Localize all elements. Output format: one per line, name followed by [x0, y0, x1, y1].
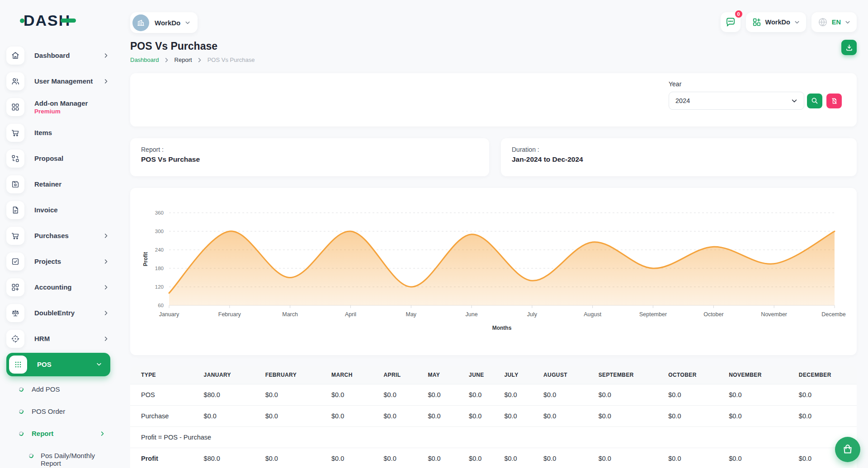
cell-value: $0.0 [465, 406, 500, 427]
filter-card: Year 2024 [130, 73, 857, 126]
column-header-february: FEBRUARY [262, 366, 328, 384]
pos-cart-fab[interactable] [835, 437, 860, 462]
sidebar-item-label: POS [37, 360, 96, 368]
sidebar-item-add-pos[interactable]: Add POS [6, 383, 106, 396]
sidebar-item-report[interactable]: Report [6, 427, 106, 440]
cart-icon [6, 227, 24, 245]
table-row-profit: Profit$80.0$0.0$0.0$0.0$0.0$0.0$0.0$0.0$… [130, 448, 857, 468]
sidebar-item-pos-order[interactable]: POS Order [6, 405, 106, 418]
language-menu[interactable]: EN [811, 12, 857, 32]
cell-value: $0.0 [595, 384, 665, 406]
column-header-december: DECEMBER [795, 366, 857, 384]
account-menu[interactable]: WorkDo [746, 12, 806, 32]
swap-icon [6, 150, 24, 168]
sidebar-item-label: DoubleEntry [34, 309, 103, 317]
sidebar-item-label: Pos Daily/Monthly Report [41, 452, 98, 468]
sidebar-item-projects[interactable]: Projects [6, 253, 117, 271]
bullet-icon [19, 431, 24, 436]
target-icon [6, 330, 24, 348]
cart-icon [6, 124, 24, 142]
year-select[interactable]: 2024 [669, 92, 804, 110]
app-logo[interactable]: DASH [24, 12, 117, 29]
sidebar-item-pos[interactable]: POS [6, 353, 110, 376]
chevron-right-icon [99, 431, 106, 437]
scale-icon [6, 304, 24, 322]
cell-value: $0.0 [540, 406, 595, 427]
breadcrumb-separator-icon [197, 57, 203, 63]
cell-value: $0.0 [380, 448, 424, 468]
chevron-down-icon [185, 20, 190, 25]
chevron-down-icon [791, 98, 797, 104]
breadcrumb: DashboardReportPOS Vs Purchase [130, 56, 857, 63]
chart-card: 60120180240300360JanuaryFebruaryMarchApr… [130, 188, 857, 355]
chevron-down-icon [845, 19, 850, 25]
cell-value: $0.0 [424, 384, 465, 406]
sidebar: DASH DashboardUser ManagementAdd-on Mana… [0, 0, 117, 468]
sidebar-item-label: Dashboard [34, 51, 103, 59]
sidebar-item-label: Proposal [34, 154, 109, 162]
search-button[interactable] [807, 94, 822, 108]
column-header-august: AUGUST [540, 366, 595, 384]
svg-text:300: 300 [155, 229, 164, 234]
sidebar-item-doubleentry[interactable]: DoubleEntry [6, 304, 117, 322]
svg-text:October: October [703, 311, 723, 318]
sidebar-item-dashboard[interactable]: Dashboard [6, 47, 117, 65]
sidebar-item-label: Add-on ManagerPremium [34, 99, 109, 115]
cell-value: $0.0 [262, 384, 328, 406]
sidebar-item-accounting[interactable]: Accounting [6, 278, 117, 296]
messages-badge: 0 [734, 9, 743, 19]
download-button[interactable] [841, 40, 857, 55]
breadcrumb-dashboard[interactable]: Dashboard [130, 56, 159, 63]
logo-bar [61, 19, 76, 23]
sidebar-item-proposal[interactable]: Proposal [6, 150, 117, 168]
shopping-bag-icon [842, 444, 854, 455]
reset-button[interactable] [826, 94, 842, 108]
sidebar-item-pos-daily-monthly-report[interactable]: Pos Daily/Monthly Report [6, 452, 106, 468]
globe-icon [818, 17, 828, 27]
table-row-pos: POS$80.0$0.0$0.0$0.0$0.0$0.0$0.0$0.0$0.0… [130, 384, 857, 406]
breadcrumb-report[interactable]: Report [175, 56, 192, 63]
grid-plus-icon [752, 18, 761, 27]
profit-area-chart: 60120180240300360JanuaryFebruaryMarchApr… [141, 199, 846, 343]
app-root: DASH DashboardUser ManagementAdd-on Mana… [0, 0, 868, 468]
sidebar-item-retainer[interactable]: Retainer [6, 175, 117, 193]
bullet-icon [19, 387, 24, 392]
cell-value: $0.0 [725, 384, 795, 406]
sidebar-item-label: Add POS [32, 385, 106, 393]
premium-tag: Premium [34, 108, 109, 115]
cell-value: $0.0 [424, 406, 465, 427]
cell-value: $0.0 [795, 384, 857, 406]
save-icon [6, 175, 24, 193]
cell-value: $0.0 [725, 406, 795, 427]
svg-text:December: December [821, 311, 846, 318]
workspace-switcher[interactable]: WorkDo [130, 12, 198, 33]
svg-text:120: 120 [155, 284, 164, 290]
building-icon [137, 19, 145, 27]
messages-button[interactable]: 0 [721, 12, 741, 32]
sidebar-item-invoice[interactable]: Invoice [6, 201, 117, 219]
sidebar-item-user-management[interactable]: User Management [6, 72, 117, 90]
main-content: WorkDo 0 WorkDo [117, 0, 868, 468]
svg-text:February: February [218, 311, 241, 318]
sidebar-item-label: Invoice [34, 206, 109, 214]
svg-text:September: September [639, 311, 667, 318]
sidebar-item-add-on-manager[interactable]: Add-on ManagerPremium [6, 98, 117, 116]
column-header-may: MAY [424, 366, 465, 384]
sidebar-item-purchases[interactable]: Purchases [6, 227, 117, 245]
cell-value: $0.0 [500, 406, 540, 427]
sidebar-item-items[interactable]: Items [6, 124, 117, 142]
download-icon [845, 44, 853, 51]
language-code: EN [832, 19, 841, 26]
chevron-right-icon [103, 52, 109, 59]
cell-value: $0.0 [540, 448, 595, 468]
duration-value: Jan-2024 to Dec-2024 [512, 155, 846, 164]
search-icon [811, 97, 818, 104]
chevron-right-icon [103, 233, 109, 239]
sidebar-item-hrm[interactable]: HRM [6, 330, 117, 348]
column-header-type: TYPE [130, 366, 200, 384]
sidebar-item-label: Projects [34, 257, 103, 265]
duration-card: Duration : Jan-2024 to Dec-2024 [501, 138, 857, 176]
breadcrumb-separator-icon [164, 57, 170, 63]
report-table: TYPEJANUARYFEBRUARYMARCHAPRILMAYJUNEJULY… [130, 366, 857, 468]
topbar-actions: 0 WorkDo EN [721, 12, 857, 32]
